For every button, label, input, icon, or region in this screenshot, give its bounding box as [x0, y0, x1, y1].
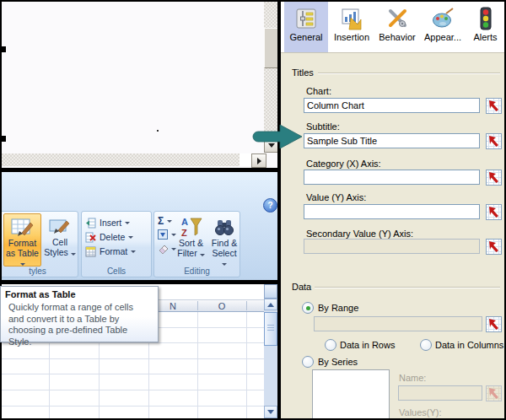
- series-name-label: Name:: [399, 373, 426, 383]
- behavior-tab-icon: [385, 7, 409, 30]
- cell-styles-button[interactable]: Cell Styles: [42, 213, 78, 267]
- chart-horizontal-scrollbar[interactable]: [2, 153, 240, 166]
- category-axis-input[interactable]: [304, 170, 480, 185]
- range-picker-icon: [487, 240, 501, 254]
- gridline: [246, 312, 247, 418]
- insertion-tab-icon: [340, 7, 363, 30]
- sheet-vscroll-thumb[interactable]: [264, 312, 277, 346]
- column-header-o[interactable]: O: [197, 300, 246, 312]
- by-range-label[interactable]: By Range: [318, 303, 358, 313]
- chart-title-label: Chart:: [306, 86, 331, 96]
- ribbon-group-styles: Format as Table Cell Styles tyles: [0, 211, 78, 277]
- find-select-icon: [213, 216, 235, 238]
- chart-vertical-scrollbar[interactable]: [264, 2, 277, 138]
- insert-button[interactable]: Insert: [85, 216, 130, 229]
- autosum-button[interactable]: Σ: [158, 215, 172, 227]
- range-picker-button[interactable]: [486, 98, 502, 114]
- data-in-columns-radio[interactable]: [420, 339, 432, 351]
- screenshot-root: ? Format as Table Cell: [0, 0, 506, 420]
- tab-general[interactable]: General: [284, 2, 328, 52]
- series-values-label: Values(Y):: [399, 407, 442, 417]
- titles-group-label: Titles: [292, 67, 314, 78]
- by-series-radio[interactable]: [302, 356, 314, 368]
- tab-appearance[interactable]: Appear...: [419, 2, 466, 52]
- ribbon-group-cells: Insert Delete Format Cell: [81, 211, 152, 277]
- dropdown-arrow-icon: [71, 253, 76, 256]
- sheet-scroll-up-button[interactable]: [264, 299, 277, 310]
- appearance-tab-icon: [431, 7, 455, 30]
- range-picker-icon: [487, 317, 501, 331]
- chart-cursor-dot: [157, 130, 159, 132]
- tab-alerts[interactable]: Alerts: [466, 2, 504, 52]
- sheet-scrollbar-split-box[interactable]: [264, 284, 277, 299]
- button-label-line: Cell: [42, 238, 78, 247]
- arrow-right-icon: [257, 158, 261, 164]
- button-label-line: as Table: [6, 248, 39, 258]
- range-picker-button[interactable]: [486, 204, 502, 220]
- sheet-scroll-down-button[interactable]: [264, 406, 277, 418]
- range-picker-icon: [487, 134, 501, 148]
- pane-divider-vertical: [277, 0, 281, 420]
- alerts-tab-icon: [474, 7, 498, 30]
- range-picker-button[interactable]: [486, 316, 502, 332]
- button-label-line: Format: [4, 239, 40, 248]
- tab-insertion[interactable]: Insertion: [328, 2, 375, 52]
- series-listbox[interactable]: [312, 369, 390, 420]
- help-icon[interactable]: ?: [263, 198, 277, 213]
- delete-button[interactable]: Delete: [85, 230, 133, 244]
- format-as-table-icon: [11, 217, 35, 238]
- chart-properties-panel: General Insertion Beh: [281, 2, 504, 418]
- dropdown-arrow-icon: [125, 222, 130, 224]
- value-axis-label: Value (Y) Axis:: [306, 192, 366, 202]
- properties-tabstrip: General Insertion Beh: [281, 2, 504, 53]
- tooltip-body: Quickly format a range of cells and conv…: [1, 301, 155, 347]
- range-picker-button[interactable]: [486, 170, 502, 186]
- dropdown-arrow-icon: [20, 263, 25, 266]
- format-label: Format: [100, 246, 127, 256]
- ribbon-pane: ? Format as Table Cell: [2, 172, 277, 280]
- sort-filter-button[interactable]: A Z Sort & Filter: [174, 213, 208, 267]
- secondary-axis-label: Secondary Value (Y) Axis:: [306, 229, 413, 239]
- by-series-label[interactable]: By Series: [318, 357, 358, 367]
- general-tab-icon: [294, 7, 318, 30]
- selection-handle-bottom[interactable]: [0, 136, 6, 142]
- pane-divider-horizontal-2: [0, 280, 281, 284]
- tab-label: Alerts: [466, 32, 504, 42]
- format-as-table-button[interactable]: Format as Table: [3, 213, 41, 267]
- autosum-icon: Σ: [158, 215, 164, 227]
- data-in-rows-radio[interactable]: [325, 339, 336, 351]
- range-picker-button[interactable]: [486, 133, 502, 149]
- category-axis-label: Category (X) Axis:: [306, 159, 381, 169]
- button-label-line: Select: [212, 248, 236, 258]
- by-range-radio[interactable]: [302, 302, 314, 314]
- format-button[interactable]: Format: [85, 245, 136, 258]
- data-in-rows-label[interactable]: Data in Rows: [340, 340, 395, 350]
- selection-handle-top[interactable]: [0, 46, 6, 52]
- chart-canvas-pane[interactable]: [2, 2, 277, 168]
- tab-label: Behavior: [375, 32, 419, 42]
- delete-cells-icon: [85, 232, 96, 243]
- dropdown-arrow-icon: [167, 220, 172, 223]
- svg-text:Z: Z: [181, 228, 187, 238]
- sort-filter-icon: A Z: [180, 216, 202, 238]
- find-select-button[interactable]: Find & Select: [208, 213, 240, 267]
- pane-divider-horizontal-1: [0, 168, 281, 172]
- range-picker-button[interactable]: [486, 239, 502, 255]
- group-rule: [315, 287, 500, 288]
- chart-hscroll-right-button[interactable]: [251, 153, 266, 168]
- data-in-columns-label[interactable]: Data in Columns: [435, 340, 503, 350]
- button-label-line: Styles: [44, 247, 68, 257]
- chart-title-input[interactable]: [304, 98, 480, 113]
- format-as-table-tooltip: Format as Table Quickly format a range o…: [0, 286, 159, 342]
- format-cells-icon: [85, 246, 96, 257]
- value-axis-input[interactable]: [304, 204, 480, 219]
- arrow-up-icon: [267, 303, 274, 307]
- subtitle-input[interactable]: [304, 133, 480, 148]
- tab-behavior[interactable]: Behavior: [375, 2, 419, 52]
- svg-text:A: A: [181, 217, 188, 227]
- ribbon-group-editing: Σ A Z: [153, 211, 240, 277]
- tab-label: Insertion: [328, 32, 375, 42]
- ribbon-group-label-editing: Editing: [154, 267, 240, 276]
- dropdown-arrow-icon: [222, 263, 227, 266]
- range-input[interactable]: [314, 316, 482, 331]
